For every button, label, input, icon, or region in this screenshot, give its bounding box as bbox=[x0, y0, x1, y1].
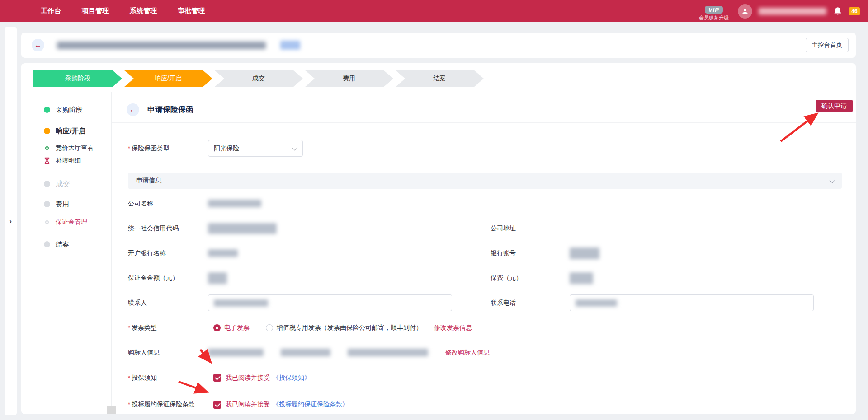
user-avatar[interactable] bbox=[738, 4, 752, 19]
notification-bell-icon[interactable] bbox=[833, 6, 843, 16]
user-name-redacted[interactable] bbox=[759, 8, 826, 15]
company-name-redacted bbox=[208, 200, 261, 207]
sidebar-item-close[interactable]: 结案 bbox=[21, 239, 111, 250]
insurance-type-value: 阳光保险 bbox=[214, 145, 239, 153]
terms-checkbox-checked[interactable] bbox=[213, 401, 221, 409]
main-card: 采购阶段 响应/开启 成交 费用 结案 采购阶段 响应/开启 竞价大厅查看 bbox=[21, 63, 856, 414]
edit-buyer-info-link[interactable]: 修改购标人信息 bbox=[445, 349, 490, 357]
contact-phone-redacted bbox=[576, 299, 617, 307]
sidebar-item-fees[interactable]: 费用 bbox=[21, 199, 111, 210]
notice-checkbox-checked[interactable] bbox=[213, 374, 221, 382]
page-header-card: ← 主控台首页 bbox=[21, 33, 856, 58]
contact-name-redacted bbox=[214, 299, 268, 307]
stage-sidebar: 采购阶段 响应/开启 竞价大厅查看 补填明细 bbox=[21, 92, 112, 414]
sidebar-item-response-open[interactable]: 响应/开启 bbox=[21, 126, 111, 136]
confirm-apply-button[interactable]: 确认申请 bbox=[816, 100, 853, 112]
collapsed-side-panel: › bbox=[5, 27, 17, 415]
collapse-chevron-icon bbox=[830, 177, 835, 183]
step-response-open: 响应/开启 bbox=[124, 70, 212, 87]
deposit-amount-label: 保证金金额（元） bbox=[128, 274, 208, 282]
form-back-button[interactable]: ← bbox=[127, 103, 139, 116]
section-title: 申请信息 bbox=[136, 177, 161, 185]
vip-icon: VIP bbox=[705, 6, 723, 14]
expand-panel-toggle-icon[interactable]: › bbox=[9, 218, 12, 225]
stage-dot-icon bbox=[44, 128, 50, 134]
status-chip-redacted bbox=[280, 41, 300, 50]
insurance-notice-label: 投保须知 bbox=[128, 374, 208, 382]
page-title: 申请保险保函 bbox=[147, 104, 193, 115]
insurance-notice-link[interactable]: 《投保须知》 bbox=[273, 374, 311, 382]
radio-electronic-invoice[interactable] bbox=[213, 324, 221, 331]
insurance-type-label: 保险保函类型 bbox=[128, 145, 208, 153]
top-navigation-bar: 工作台 项目管理 系统管理 审批管理 VIP 会员服务升级 46 bbox=[0, 0, 868, 22]
buyer-info-label: 购标人信息 bbox=[128, 349, 208, 357]
invoice-type-label: 发票类型 bbox=[128, 324, 208, 332]
buyer-info-redacted bbox=[281, 349, 330, 356]
sidebar-item-fill-details[interactable]: 补填明细 bbox=[21, 155, 111, 166]
stage-ring-icon bbox=[45, 146, 49, 150]
performance-terms-link[interactable]: 《投标履约保证保险条款》 bbox=[273, 401, 349, 409]
stage-dot-icon bbox=[44, 201, 50, 207]
buyer-info-redacted bbox=[348, 349, 428, 356]
application-info-section-header[interactable]: 申请信息 bbox=[128, 173, 842, 189]
bank-account-redacted bbox=[570, 247, 599, 259]
credit-code-label: 统一社会信用代码 bbox=[128, 224, 208, 233]
premium-label: 保费（元） bbox=[491, 274, 570, 282]
contact-name-input[interactable] bbox=[208, 294, 452, 311]
radio-vat-invoice-label[interactable]: 增值税专用发票（发票由保险公司邮寄，顺丰到付） bbox=[277, 324, 422, 332]
vip-membership[interactable]: VIP 会员服务升级 bbox=[699, 6, 729, 21]
process-steps: 采购阶段 响应/开启 成交 费用 结案 bbox=[21, 63, 856, 92]
company-address-label: 公司地址 bbox=[491, 224, 570, 233]
person-icon bbox=[741, 7, 749, 15]
vip-caption: 会员服务升级 bbox=[699, 14, 729, 21]
nav-item-project-management[interactable]: 项目管理 bbox=[82, 7, 109, 15]
stage-ring-icon bbox=[45, 220, 49, 224]
bank-name-label: 开户银行名称 bbox=[128, 249, 208, 257]
chevron-down-icon bbox=[292, 145, 298, 151]
back-button[interactable]: ← bbox=[32, 39, 44, 51]
agree-text: 我已阅读并接受 bbox=[226, 374, 270, 382]
step-fees: 费用 bbox=[305, 70, 393, 87]
stage-dot-icon bbox=[44, 241, 50, 247]
insurance-type-select[interactable]: 阳光保险 bbox=[208, 140, 303, 157]
step-close: 结案 bbox=[395, 70, 484, 87]
main-menu: 工作台 项目管理 系统管理 审批管理 bbox=[41, 7, 205, 15]
agree-text: 我已阅读并接受 bbox=[226, 401, 270, 409]
scrollbar-thumb[interactable] bbox=[107, 406, 116, 414]
sidebar-item-bidding-hall[interactable]: 竞价大厅查看 bbox=[21, 143, 111, 154]
edit-invoice-info-link[interactable]: 修改发票信息 bbox=[434, 324, 472, 332]
console-home-button[interactable]: 主控台首页 bbox=[806, 38, 849, 52]
sidebar-item-procurement[interactable]: 采购阶段 bbox=[21, 104, 111, 115]
buyer-info-redacted bbox=[208, 349, 264, 356]
step-procurement: 采购阶段 bbox=[33, 70, 122, 87]
contact-phone-label: 联系电话 bbox=[491, 299, 570, 307]
contact-phone-input[interactable] bbox=[570, 294, 814, 311]
performance-terms-label: 投标履约保证保险条款 bbox=[128, 401, 208, 409]
company-name-label: 公司名称 bbox=[128, 200, 208, 208]
sidebar-item-deposit-management[interactable]: 保证金管理 bbox=[21, 217, 111, 228]
hourglass-icon bbox=[43, 157, 51, 164]
bank-account-label: 银行账号 bbox=[491, 249, 570, 257]
credit-code-redacted bbox=[208, 223, 277, 234]
sidebar-item-deal[interactable]: 成交 bbox=[21, 178, 111, 189]
bank-name-redacted bbox=[208, 249, 238, 257]
form-content-area: ← 申请保险保函 确认申请 保险保函类型 阳光保险 申请信息 bbox=[112, 92, 856, 414]
premium-redacted bbox=[570, 272, 593, 284]
deposit-amount-redacted bbox=[208, 272, 227, 284]
notification-count-badge[interactable]: 46 bbox=[849, 7, 860, 15]
step-deal: 成交 bbox=[214, 70, 303, 87]
project-title-redacted bbox=[57, 42, 266, 49]
nav-item-system-management[interactable]: 系统管理 bbox=[130, 7, 157, 15]
radio-vat-invoice[interactable] bbox=[266, 324, 273, 331]
stage-dot-icon bbox=[44, 181, 50, 187]
nav-item-workbench[interactable]: 工作台 bbox=[41, 7, 61, 15]
radio-electronic-invoice-label[interactable]: 电子发票 bbox=[224, 324, 250, 332]
nav-item-approval-management[interactable]: 审批管理 bbox=[178, 7, 205, 15]
stage-dot-icon bbox=[44, 107, 50, 113]
contact-name-label: 联系人 bbox=[128, 299, 208, 307]
